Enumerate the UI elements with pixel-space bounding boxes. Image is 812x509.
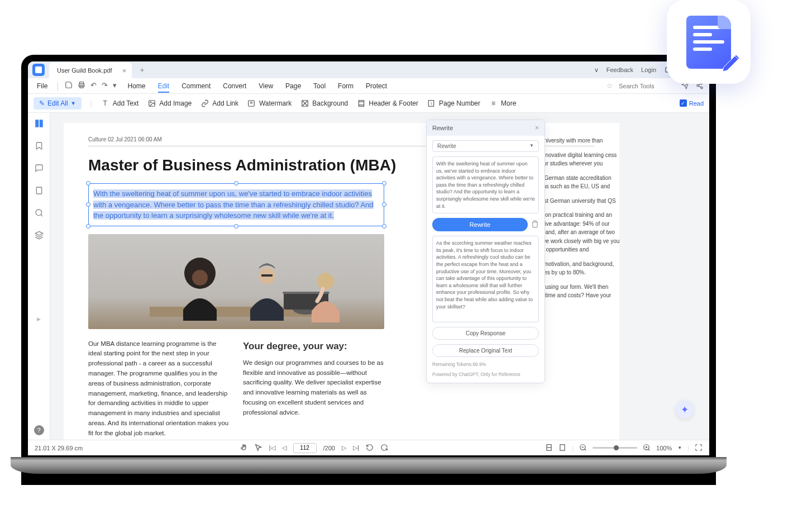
fit-page-icon[interactable] [558,444,566,453]
read-mode-toggle[interactable]: ✓Read [680,99,704,107]
resize-handle[interactable] [234,224,238,229]
add-link-button[interactable]: Add Link [200,99,238,107]
page-number-icon: 1 [427,99,436,107]
menu-tab-edit[interactable]: Edit [158,82,170,93]
login-link[interactable]: Login [641,66,656,73]
fit-width-icon[interactable] [545,444,553,453]
dropdown-icon[interactable]: ∨ [594,66,599,74]
menu-tab-convert[interactable]: Convert [223,82,246,90]
resize-handle[interactable] [86,202,90,207]
link-icon [200,99,209,107]
resize-handle[interactable] [382,202,386,207]
close-tab-icon[interactable]: × [122,66,127,75]
edit-all-button[interactable]: ✎ Edit All ▼ [34,97,82,110]
rewrite-input[interactable]: With the sweltering heat of summer upon … [432,156,539,213]
status-bar: 21.01 X 29.69 cm |◁ ◁ /200 ▷ ▷| | [28,440,709,455]
col1-text: Our MBA distance learning programme is t… [88,339,230,439]
resize-handle[interactable] [86,181,90,185]
feedback-link[interactable]: Feedback [606,66,633,73]
menu-tab-home[interactable]: Home [128,82,146,90]
first-page-icon[interactable]: |◁ [269,444,275,451]
comment-icon[interactable] [33,162,45,174]
close-panel-icon[interactable]: × [535,124,539,132]
prev-page-icon[interactable]: ◁ [282,444,286,451]
hand-tool-icon[interactable] [240,444,248,453]
undo-icon[interactable]: ↶ [90,81,97,91]
more-button[interactable]: ≡More [489,99,516,107]
page-number-button[interactable]: 1Page Number [427,99,480,107]
side-paragraph: ocus on practical training and an decisi… [532,211,621,254]
search-tools-input[interactable] [619,83,675,89]
resize-handle[interactable] [86,224,90,229]
background-icon [300,99,309,107]
trash-icon[interactable] [531,220,539,230]
document-canvas[interactable]: Culture 02 Jul 2021 06:00 AM Master of B… [50,113,709,440]
replace-text-button[interactable]: Replace Original Text [432,344,539,357]
laptop-base [11,457,727,474]
file-menu[interactable]: File [34,80,51,92]
check-icon: ✓ [680,99,687,107]
menu-bar: File | ↶ ↷ ▾ HomeEditCommentConvertViewP… [28,78,709,94]
svg-point-25 [192,270,208,286]
chevron-down-icon: ▼ [529,143,534,149]
zoom-in-icon[interactable] [643,444,651,453]
document-tab[interactable]: User Guild Book.pdf × [49,63,132,78]
next-page-icon[interactable]: ▷ [342,444,346,451]
fullscreen-icon[interactable] [695,444,703,453]
rewrite-mode-select[interactable]: Rewrite ▼ [432,140,539,152]
print-icon[interactable] [78,81,85,91]
page-dimensions: 21.01 X 29.69 cm [35,445,83,451]
header-footer-button[interactable]: Header & Footer [357,99,418,107]
zoom-thumb[interactable] [614,445,619,450]
add-text-button[interactable]: TAdd Text [101,99,138,107]
search-rail-icon[interactable] [33,207,45,219]
redo-icon[interactable]: ↷ [102,81,108,91]
page-number-input[interactable] [293,443,317,453]
copy-response-button[interactable]: Copy Response [432,327,539,340]
rewrite-button[interactable]: Rewrite [432,218,528,231]
tokens-remaining: Remaining Tokens:99.9% [432,361,539,367]
layers-icon[interactable] [33,229,45,241]
bookmark-icon[interactable] [33,140,45,152]
rotate-right-icon[interactable] [380,444,388,453]
background-button[interactable]: Background [300,99,348,107]
resize-handle[interactable] [382,181,386,185]
help-icon[interactable]: ? [34,425,44,435]
zoom-slider[interactable] [593,447,637,449]
menu-tab-comment[interactable]: Comment [181,82,211,90]
selected-text[interactable]: With the sweltering heat of summer upon … [93,189,374,220]
expand-icon[interactable]: ▶ [33,313,45,325]
select-tool-icon[interactable] [255,444,262,453]
add-tab-button[interactable]: + [140,65,144,74]
last-page-icon[interactable]: ▷| [353,444,359,451]
header-footer-icon [357,99,365,107]
resize-handle[interactable] [382,224,386,229]
bulb-icon[interactable]: ⊙ [607,82,612,89]
text-selection-box[interactable]: With the sweltering heat of summer upon … [88,183,384,226]
side-paragraph: from German state accreditation lictions… [532,174,621,191]
ai-assistant-icon[interactable]: ✦ [676,401,694,418]
zoom-out-icon[interactable] [579,444,587,453]
left-sidebar: ▶ ? [28,113,50,440]
rotate-left-icon[interactable] [366,444,374,453]
svg-point-5 [697,84,699,87]
menu-tab-page[interactable]: Page [285,82,301,90]
side-paragraph: ate university with more than [532,136,621,145]
menu-tab-form[interactable]: Form [338,82,354,90]
watermark-button[interactable]: Watermark [247,99,292,107]
menu-tab-view[interactable]: View [259,82,273,90]
options-icon[interactable]: ▾ [113,81,117,91]
menu-tab-protect[interactable]: Protect [366,82,387,90]
menu-tab-tool[interactable]: Tool [313,82,326,90]
column-2: Your degree, your way: We design our pro… [243,339,384,439]
attachment-icon[interactable] [33,184,45,197]
zoom-level[interactable]: 100% [656,445,672,451]
svg-point-17 [36,210,42,216]
svg-rect-16 [36,187,41,194]
thumbnails-icon[interactable] [33,117,45,130]
save-icon[interactable] [65,81,73,91]
resize-handle[interactable] [234,181,238,185]
rewrite-output[interactable]: As the scorching summer weather reaches … [432,236,539,322]
powered-by: Powered by ChatGPT, Only for Reference [432,372,539,377]
add-image-button[interactable]: Add Image [147,99,192,107]
